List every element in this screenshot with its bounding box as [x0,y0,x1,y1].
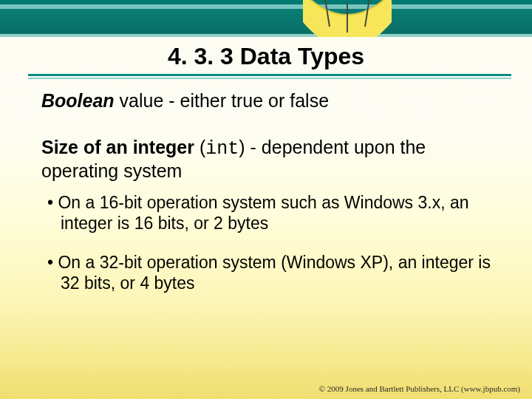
top-banner [0,0,532,37]
term-int-size: Size of an integer [41,137,194,157]
slide-body: Boolean value - either true or false Siz… [41,90,497,313]
paragraph-boolean: Boolean value - either true or false [41,90,497,112]
banner-stripe [0,9,532,34]
list-item: On a 32-bit operation system (Windows XP… [61,253,497,293]
banner-stripe [0,34,532,37]
bullet-list: On a 16-bit operation system such as Win… [41,193,497,293]
text: ( [194,137,205,157]
heading-rule [28,74,511,76]
slide-heading: 4. 3. 3 Data Types [168,40,364,75]
heading-rule [28,78,511,79]
heading-wrap: 4. 3. 3 Data Types [0,40,532,75]
paragraph-int: Size of an integer (int) - dependent upo… [41,137,497,182]
code-int: int [205,138,239,160]
text: value - either true or false [115,90,329,111]
copyright-footer: © 2009 Jones and Bartlett Publishers, LL… [319,384,520,393]
list-item: On a 16-bit operation system such as Win… [61,193,497,233]
slide: 4. 3. 3 Data Types Boolean value - eithe… [0,0,532,399]
term-boolean: Boolean [41,90,115,111]
balloon-decor [296,0,399,37]
